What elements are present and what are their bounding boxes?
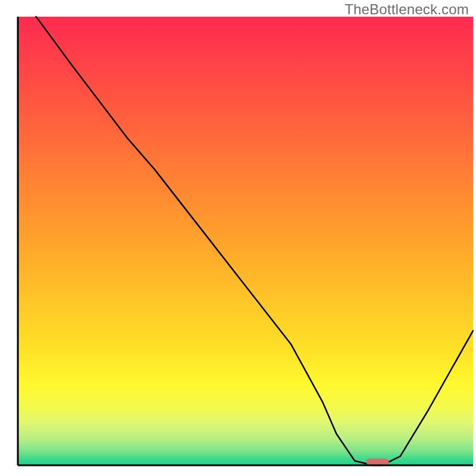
watermark-label: TheBottleneck.com bbox=[345, 1, 469, 18]
plot-area bbox=[18, 17, 473, 465]
chart-container: TheBottleneck.com bbox=[0, 0, 476, 476]
bottleneck-chart bbox=[0, 0, 476, 476]
marker-pill bbox=[366, 459, 389, 465]
